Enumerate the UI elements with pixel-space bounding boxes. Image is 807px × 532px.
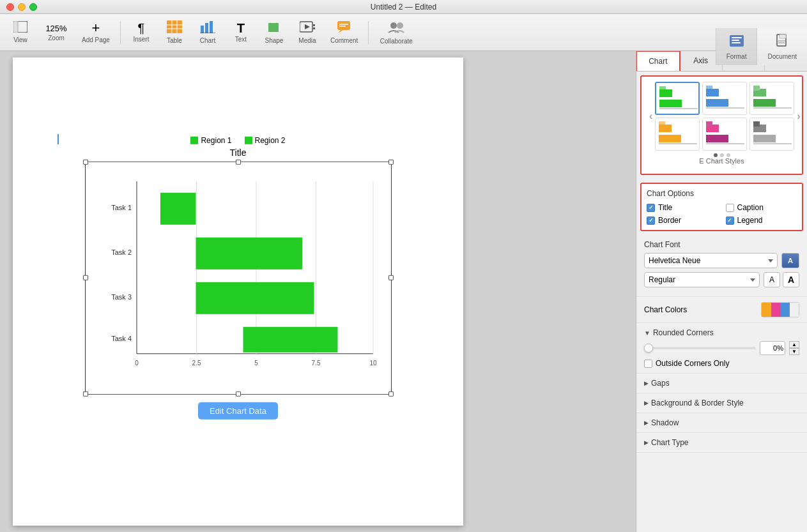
chart-toolbar-button[interactable]: Chart (192, 17, 223, 48)
font-color-picker[interactable]: A (781, 253, 799, 268)
rounded-corners-slider[interactable] (644, 347, 756, 349)
chart-type-arrow: ▶ (644, 439, 649, 446)
chart-options-title: Chart Options (647, 189, 797, 198)
slider-thumb[interactable] (644, 344, 653, 353)
rounded-corners-section: ▼ Rounded Corners 0% ▲ ▼ Outside Corners… (636, 323, 807, 374)
shadow-section[interactable]: ▶ Shadow (636, 413, 807, 433)
media-button[interactable]: Media (292, 17, 323, 48)
font-family-select[interactable]: Helvetica Neue Arial Times New Roman (644, 253, 778, 268)
svg-point-20 (390, 22, 397, 29)
format-tab[interactable]: Format (716, 28, 757, 65)
close-button[interactable] (6, 3, 14, 11)
legend-item-region2: Region 2 (245, 135, 286, 144)
rounded-corners-input[interactable]: 0% (760, 341, 785, 355)
styles-prev-arrow[interactable]: ‹ (647, 108, 655, 125)
style-thumb-1[interactable] (655, 82, 700, 115)
table-button[interactable]: Table (159, 17, 190, 48)
collaborate-label: Collaborate (380, 38, 413, 45)
rounded-corners-arrow: ▼ (644, 330, 650, 337)
canvas[interactable]: Region 1 Region 2 Title (0, 51, 636, 532)
chart-type-section[interactable]: ▶ Chart Type (636, 433, 807, 453)
styles-next-arrow[interactable]: › (794, 108, 803, 125)
legend-label-region2: Region 2 (255, 135, 286, 144)
svg-rect-7 (201, 26, 204, 33)
stepper-down[interactable]: ▼ (789, 348, 799, 355)
handle-tr[interactable] (388, 159, 394, 164)
svg-rect-43 (659, 86, 666, 91)
rounded-corners-title-wrap: ▼ Rounded Corners (644, 328, 714, 337)
checkbox-title[interactable] (647, 204, 655, 212)
format-label: Format (726, 53, 747, 60)
handle-br[interactable] (388, 391, 394, 396)
chart-wrapper[interactable]: Task 1 Task 2 Task 3 Task 4 0 2.5 5 7.5 … (85, 161, 392, 394)
chart-font-section: Chart Font Helvetica Neue Arial Times Ne… (636, 235, 807, 297)
task-label-3: Task 3 (111, 293, 132, 300)
svg-text:2.5: 2.5 (192, 359, 201, 366)
insert-icon: ¶ (138, 22, 145, 34)
handle-mr[interactable] (388, 275, 394, 280)
insert-button[interactable]: ¶ Insert (126, 17, 157, 48)
comment-button[interactable]: Comment (325, 17, 363, 48)
fullscreen-button[interactable] (29, 3, 37, 11)
bg-border-arrow: ▶ (644, 400, 649, 406)
style-thumb-6[interactable] (749, 118, 794, 151)
window-title: Untitled 2 — Edited (371, 3, 436, 11)
style-thumb-5[interactable] (702, 118, 747, 151)
checkbox-caption[interactable] (726, 204, 734, 212)
handle-tc[interactable] (236, 159, 241, 164)
style-thumb-4[interactable] (655, 118, 700, 151)
format-icon (728, 34, 745, 52)
document-tab[interactable]: Document (757, 28, 807, 65)
increase-font-button[interactable]: A (783, 272, 799, 287)
text-button[interactable]: T Text (226, 17, 256, 48)
stepper-up[interactable]: ▲ (789, 341, 799, 348)
handle-ml[interactable] (83, 275, 88, 280)
tab-chart[interactable]: Chart (636, 51, 680, 71)
view-button[interactable]: View (5, 17, 36, 48)
font-size-btns: A A (764, 272, 799, 287)
divider-1 (120, 21, 121, 44)
collaborate-icon (387, 20, 405, 36)
handle-bl[interactable] (83, 391, 88, 396)
chart-colors-swatch[interactable] (761, 302, 799, 317)
svg-rect-63 (753, 121, 760, 126)
handle-tl[interactable] (83, 159, 88, 164)
task-label-2: Task 2 (111, 248, 132, 255)
zoom-value: 125% (45, 24, 66, 33)
chart-styles-label: E Chart Styles (647, 157, 797, 165)
style-thumb-2[interactable] (702, 82, 747, 115)
shadow-title: Shadow (651, 418, 679, 427)
checkbox-outside-corners[interactable] (644, 360, 652, 368)
svg-rect-8 (205, 23, 208, 33)
decrease-font-button[interactable]: A (764, 272, 780, 287)
svg-marker-13 (305, 24, 310, 29)
edit-chart-data-button[interactable]: Edit Chart Data (198, 402, 278, 419)
collaborate-button[interactable]: Collaborate (374, 17, 419, 48)
media-icon (300, 20, 315, 36)
svg-text:5: 5 (254, 359, 258, 366)
font-family-row: Helvetica Neue Arial Times New Roman A (644, 253, 799, 268)
svg-rect-16 (337, 21, 350, 30)
svg-rect-50 (753, 99, 776, 107)
background-border-section[interactable]: ▶ Background & Border Style (636, 393, 807, 413)
legend-label-region1: Region 1 (201, 135, 231, 144)
handle-bc[interactable] (236, 391, 241, 396)
task-label-4: Task 4 (111, 334, 132, 342)
add-page-icon: + (92, 21, 100, 35)
media-label: Media (298, 37, 316, 44)
gaps-section[interactable]: ▶ Gaps (636, 374, 807, 393)
svg-rect-11 (268, 23, 279, 32)
checkbox-border[interactable] (647, 217, 655, 225)
zoom-button[interactable]: 125% Zoom (38, 17, 74, 48)
checkbox-legend[interactable] (726, 217, 734, 225)
rounded-corners-header: ▼ Rounded Corners (644, 328, 799, 337)
stepper-group: ▲ ▼ (789, 341, 799, 355)
font-style-select[interactable]: Regular Bold Italic (644, 272, 760, 287)
shape-button[interactable]: Shape (259, 17, 289, 48)
svg-rect-9 (210, 21, 213, 33)
style-thumb-3[interactable] (749, 82, 794, 115)
add-page-button[interactable]: + Add Page (77, 17, 115, 48)
format-tabs: Format Document (716, 28, 807, 65)
shadow-arrow: ▶ (644, 420, 649, 426)
minimize-button[interactable] (18, 3, 26, 11)
